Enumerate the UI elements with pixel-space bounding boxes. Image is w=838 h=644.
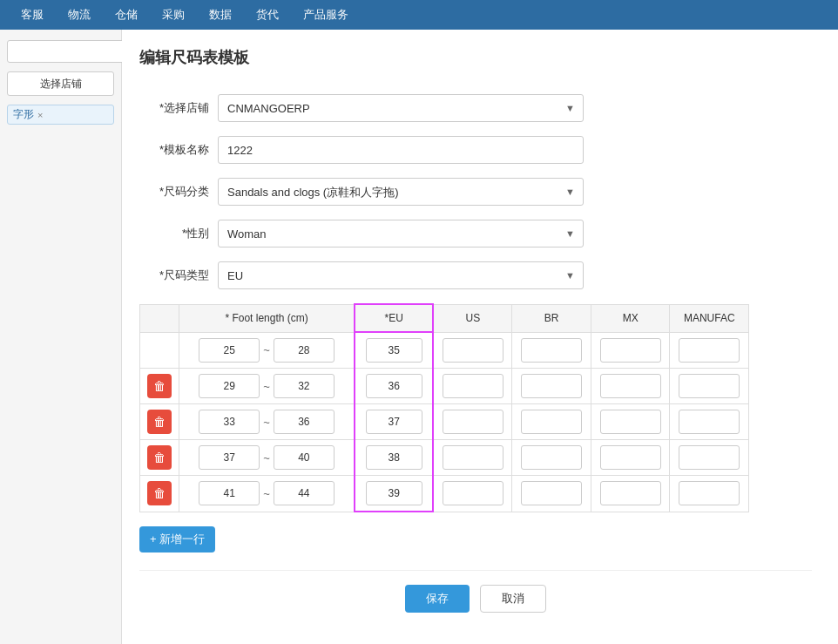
- foot-min-input[interactable]: [199, 338, 260, 363]
- foot-max-input[interactable]: [274, 481, 335, 505]
- foot-max-input[interactable]: [274, 445, 335, 470]
- manuf-input[interactable]: [679, 374, 740, 398]
- us-input[interactable]: [443, 374, 503, 398]
- delete-cell: 🗑: [140, 476, 179, 512]
- us-input[interactable]: [443, 338, 503, 363]
- table-row: 🗑 ~: [140, 476, 749, 512]
- sidebar: 🔍 选择店铺 字形 ×: [0, 30, 122, 644]
- delete-row-button[interactable]: 🗑: [147, 374, 172, 398]
- mx-input[interactable]: [600, 481, 661, 505]
- foot-max-input[interactable]: [274, 374, 335, 398]
- table-row: 🗑 ~: [140, 404, 749, 440]
- eu-input[interactable]: [366, 410, 422, 434]
- manuf-input[interactable]: [679, 481, 740, 505]
- template-name-input[interactable]: [218, 136, 584, 164]
- foot-max-input[interactable]: [274, 338, 335, 363]
- add-row-button[interactable]: + 新增一行: [139, 526, 215, 552]
- delete-row-button[interactable]: 🗑: [147, 481, 172, 505]
- gender-row: *性别 Woman Man Unisex ▼: [139, 220, 812, 247]
- manuf-input[interactable]: [679, 338, 740, 363]
- foot-length-cell: ~: [179, 332, 355, 369]
- br-input[interactable]: [521, 481, 582, 505]
- col-header-delete: [140, 304, 179, 332]
- size-type-select[interactable]: EU US UK: [218, 261, 584, 289]
- select-store-button[interactable]: 选择店铺: [7, 71, 114, 96]
- delete-cell: 🗑: [140, 404, 179, 440]
- mx-input[interactable]: [600, 374, 661, 398]
- foot-length-cell: ~: [179, 404, 355, 440]
- us-input[interactable]: [443, 445, 503, 470]
- col-header-foot-length: * Foot length (cm): [179, 304, 355, 332]
- foot-length-cell: ~: [179, 476, 355, 512]
- us-cell: [433, 332, 512, 369]
- nav-freight[interactable]: 货代: [244, 0, 291, 30]
- us-cell: [433, 476, 512, 512]
- col-header-mx: MX: [591, 304, 670, 332]
- form-container: 编辑尺码表模板 *选择店铺 CNMANGOERP ▼ *模板名称 *尺码分类: [122, 30, 838, 639]
- manuf-cell: [670, 476, 749, 512]
- us-cell: [433, 369, 512, 404]
- cancel-button[interactable]: 取消: [480, 585, 546, 613]
- manuf-input[interactable]: [679, 445, 740, 470]
- eu-input[interactable]: [366, 374, 422, 398]
- us-input[interactable]: [443, 481, 503, 505]
- mx-input[interactable]: [600, 410, 661, 434]
- eu-cell: [355, 476, 434, 512]
- eu-input[interactable]: [366, 445, 422, 470]
- eu-input[interactable]: [366, 481, 422, 505]
- size-category-select[interactable]: Sandals and clogs (凉鞋和人字拖): [218, 178, 584, 206]
- foot-length-cell: ~: [179, 440, 355, 476]
- br-input[interactable]: [521, 445, 582, 470]
- table-row: 🗑 ~: [140, 369, 749, 404]
- foot-min-input[interactable]: [199, 374, 260, 398]
- mx-input[interactable]: [600, 445, 661, 470]
- store-label: *选择店铺: [139, 100, 218, 116]
- foot-min-input[interactable]: [199, 481, 260, 505]
- us-input[interactable]: [443, 410, 503, 434]
- sidebar-tag-close[interactable]: ×: [37, 110, 43, 120]
- nav-customer-service[interactable]: 客服: [9, 0, 56, 30]
- nav-product-service[interactable]: 产品服务: [291, 0, 361, 30]
- mx-input[interactable]: [600, 338, 661, 363]
- br-cell: [512, 369, 591, 404]
- manuf-cell: [670, 369, 749, 404]
- us-cell: [433, 440, 512, 476]
- store-row: *选择店铺 CNMANGOERP ▼: [139, 94, 812, 122]
- col-header-us: US: [433, 304, 512, 332]
- store-select[interactable]: CNMANGOERP: [218, 94, 584, 122]
- foot-min-input[interactable]: [199, 410, 260, 434]
- template-name-label: *模板名称: [139, 142, 218, 158]
- manuf-cell: [670, 332, 749, 369]
- col-header-br: BR: [512, 304, 591, 332]
- gender-label: *性别: [139, 226, 218, 241]
- delete-cell: [140, 332, 179, 369]
- nav-purchase[interactable]: 采购: [150, 0, 197, 30]
- manuf-cell: [670, 404, 749, 440]
- br-input[interactable]: [521, 374, 582, 398]
- nav-data[interactable]: 数据: [197, 0, 244, 30]
- gender-select[interactable]: Woman Man Unisex: [218, 220, 584, 247]
- mx-cell: [591, 404, 670, 440]
- size-table-wrapper: * Foot length (cm) *EU US BR MX MANUFAC: [139, 303, 812, 512]
- br-input[interactable]: [521, 410, 582, 434]
- eu-cell: [355, 332, 434, 369]
- us-cell: [433, 404, 512, 440]
- nav-warehouse[interactable]: 仓储: [103, 0, 150, 30]
- br-input[interactable]: [521, 338, 582, 363]
- eu-cell: [355, 440, 434, 476]
- foot-max-input[interactable]: [274, 410, 335, 434]
- nav-logistics[interactable]: 物流: [56, 0, 103, 30]
- br-cell: [512, 476, 591, 512]
- range-sep: ~: [260, 416, 274, 429]
- foot-min-input[interactable]: [199, 445, 260, 470]
- size-category-row: *尺码分类 Sandals and clogs (凉鞋和人字拖) ▼: [139, 178, 812, 206]
- page-title: 编辑尺码表模板: [139, 47, 812, 77]
- size-category-label: *尺码分类: [139, 184, 218, 200]
- mx-cell: [591, 440, 670, 476]
- br-cell: [512, 440, 591, 476]
- delete-row-button[interactable]: 🗑: [147, 410, 172, 434]
- delete-row-button[interactable]: 🗑: [147, 445, 172, 470]
- save-button[interactable]: 保存: [405, 585, 470, 613]
- manuf-input[interactable]: [679, 410, 740, 434]
- eu-input[interactable]: [366, 338, 422, 363]
